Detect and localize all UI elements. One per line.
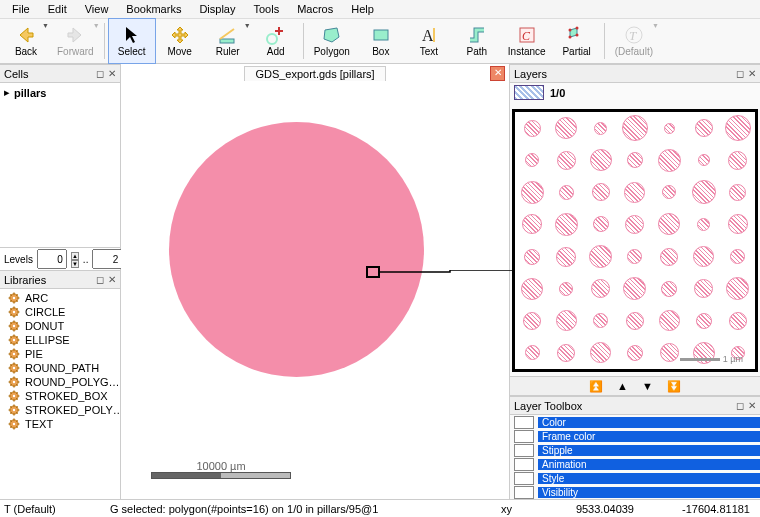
cells-list[interactable]: ▸ pillars — [0, 83, 120, 247]
close-icon[interactable]: ✕ — [108, 274, 116, 285]
pillar-circle — [627, 249, 642, 264]
toolbox-prop[interactable]: Stipple — [510, 443, 760, 457]
close-icon[interactable]: ✕ — [748, 400, 756, 411]
svg-point-84 — [13, 395, 15, 397]
dropdown-icon[interactable]: ▼ — [42, 22, 49, 29]
panel-title: Layer Toolbox — [514, 400, 582, 412]
partial-button[interactable]: Partial — [553, 18, 601, 64]
pillar-circle — [692, 180, 716, 204]
tab-close-icon[interactable]: ✕ — [490, 66, 505, 81]
gear-icon — [8, 376, 20, 388]
text-style-icon: T — [624, 25, 644, 45]
level-low-spinner[interactable]: ▲▼ — [71, 252, 79, 266]
cell-item[interactable]: ▸ pillars — [2, 85, 118, 100]
svg-line-100 — [16, 412, 17, 413]
pillar-circle — [555, 117, 577, 139]
arrow-right-icon — [65, 25, 85, 45]
menu-bookmarks[interactable]: Bookmarks — [118, 1, 189, 17]
undock-icon[interactable]: ◻ — [96, 68, 104, 79]
path-icon — [467, 25, 487, 45]
libraries-list[interactable]: ARCCIRCLEDONUTELLIPSEPIEROUND_PATHROUND_… — [0, 289, 120, 499]
library-item[interactable]: ROUND_POLYG… — [2, 375, 118, 389]
menu-display[interactable]: Display — [191, 1, 243, 17]
toolbox-prop[interactable]: Style — [510, 471, 760, 485]
status-selection: G selected: polygon(#points=16) on 1/0 i… — [110, 503, 456, 515]
svg-line-52 — [16, 336, 17, 337]
menu-tools[interactable]: Tools — [245, 1, 287, 17]
default-button[interactable]: T ▼ (Default) — [608, 18, 660, 64]
text-button[interactable]: A Text — [405, 18, 453, 64]
ruler-button[interactable]: ▼ Ruler — [204, 18, 252, 64]
svg-point-9 — [575, 34, 578, 37]
toolbar: ▼ Back ▼ Forward Select Move ▼ Ruler Add… — [0, 19, 760, 64]
svg-text:C: C — [522, 29, 531, 43]
svg-line-101 — [10, 412, 11, 413]
toolbox-prop[interactable]: Frame color — [510, 429, 760, 443]
pillar-circle — [622, 115, 648, 141]
back-button[interactable]: ▼ Back — [2, 18, 50, 64]
close-icon[interactable]: ✕ — [748, 68, 756, 79]
library-item[interactable]: ROUND_PATH — [2, 361, 118, 375]
nav-up-icon[interactable]: ▲ — [613, 380, 632, 392]
menu-view[interactable]: View — [77, 1, 117, 17]
select-button[interactable]: Select — [108, 18, 156, 64]
file-tab[interactable]: GDS_export.gds [pillars] — [244, 66, 385, 81]
nav-down-icon[interactable]: ▼ — [638, 380, 657, 392]
dropdown-icon[interactable]: ▼ — [244, 22, 251, 29]
toolbar-label: Polygon — [314, 46, 350, 57]
library-name: TEXT — [25, 418, 53, 430]
instance-button[interactable]: C Instance — [501, 18, 553, 64]
path-button[interactable]: Path — [453, 18, 501, 64]
gear-icon — [8, 334, 20, 346]
library-item[interactable]: CIRCLE — [2, 305, 118, 319]
svg-line-59 — [10, 350, 11, 351]
svg-text:A: A — [422, 27, 434, 44]
layers-list[interactable]: 1/0 — [510, 83, 760, 105]
svg-line-89 — [10, 392, 11, 393]
menu-macros[interactable]: Macros — [289, 1, 341, 17]
library-item[interactable]: ELLIPSE — [2, 333, 118, 347]
menu-help[interactable]: Help — [343, 1, 382, 17]
gear-icon — [8, 404, 20, 416]
add-button[interactable]: Add — [252, 18, 300, 64]
toolbox-prop[interactable]: Visibility — [510, 485, 760, 499]
move-button[interactable]: Move — [156, 18, 204, 64]
toolbox-prop[interactable]: Color — [510, 415, 760, 429]
level-high-input[interactable] — [92, 249, 122, 269]
svg-line-61 — [10, 356, 11, 357]
svg-point-64 — [13, 367, 15, 369]
undock-icon[interactable]: ◻ — [96, 274, 104, 285]
layout-canvas[interactable]: 10000 µm — [121, 82, 509, 499]
forward-button[interactable]: ▼ Forward — [50, 18, 101, 64]
selection-marker[interactable] — [366, 266, 380, 278]
undock-icon[interactable]: ◻ — [736, 400, 744, 411]
layer-toolbox-list[interactable]: ColorFrame colorStippleAnimationStyleVis… — [510, 415, 760, 499]
pillar-circle — [556, 247, 576, 267]
library-item[interactable]: TEXT — [2, 417, 118, 431]
polygon-button[interactable]: Polygon — [307, 18, 357, 64]
nav-up-double-icon[interactable]: ⏫ — [585, 380, 607, 393]
dropdown-icon[interactable]: ▼ — [93, 22, 100, 29]
toolbox-prop[interactable]: Animation — [510, 457, 760, 471]
menu-edit[interactable]: Edit — [40, 1, 75, 17]
undock-icon[interactable]: ◻ — [736, 68, 744, 79]
pillar-circle — [557, 151, 576, 170]
library-item[interactable]: STROKED_POLY… — [2, 403, 118, 417]
dropdown-icon[interactable]: ▼ — [652, 22, 659, 29]
svg-line-60 — [16, 356, 17, 357]
nav-down-double-icon[interactable]: ⏬ — [663, 380, 685, 393]
expand-icon[interactable]: ▸ — [4, 86, 10, 99]
svg-line-110 — [16, 426, 17, 427]
library-item[interactable]: ARC — [2, 291, 118, 305]
library-item[interactable]: DONUT — [2, 319, 118, 333]
level-low-input[interactable] — [37, 249, 67, 269]
close-icon[interactable]: ✕ — [108, 68, 116, 79]
layout-shape-circle[interactable] — [169, 122, 424, 377]
library-item[interactable]: STROKED_BOX — [2, 389, 118, 403]
pillar-circle — [592, 183, 610, 201]
pillar-circle — [696, 313, 712, 329]
library-item[interactable]: PIE — [2, 347, 118, 361]
menu-file[interactable]: File — [4, 1, 38, 17]
box-button[interactable]: Box — [357, 18, 405, 64]
layer-item[interactable]: 1/0 — [514, 85, 756, 100]
